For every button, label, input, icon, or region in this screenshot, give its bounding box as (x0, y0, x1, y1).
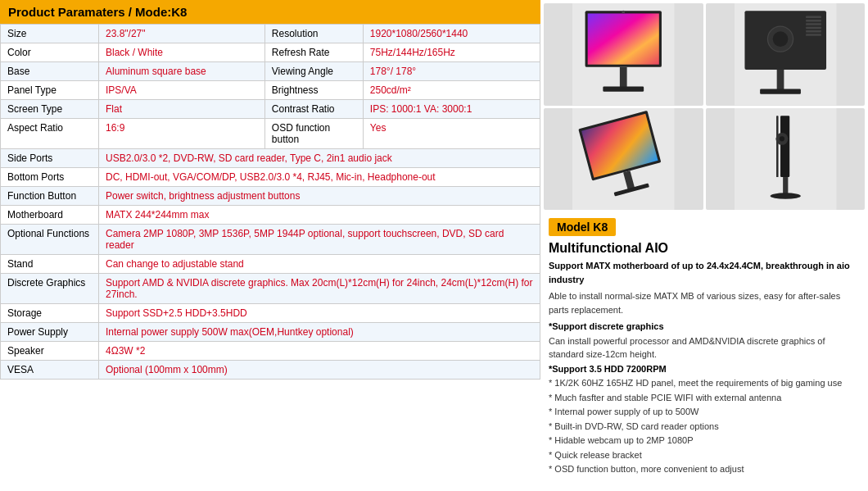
table-row: MotherboardMATX 244*244mm max (1, 206, 540, 225)
table-row: Power SupplyInternal power supply 500W m… (1, 323, 540, 342)
spec-label: Side Ports (1, 149, 99, 168)
spec-label2: Resolution (264, 25, 363, 43)
spec-label: Stand (1, 255, 99, 274)
spec-value2: 178°/ 178° (363, 62, 540, 81)
spec-value2: IPS: 1000:1 VA: 3000:1 (363, 100, 540, 119)
feature-line: * Hidable webcam up to 2MP 1080P (549, 434, 860, 448)
spec-label: Power Supply (1, 323, 99, 342)
monitor-side-profile-image (706, 108, 866, 211)
table-row: Speaker4Ω3W *2 (1, 342, 540, 361)
spec-value2: 75Hz/144Hz/165Hz (363, 43, 540, 62)
spec-value2: 1920*1080/2560*1440 (363, 25, 540, 43)
feature-line: *Support 3.5 HDD 7200RPM (549, 362, 860, 376)
header-title: Product Paramaters / Mode:K8 (8, 5, 187, 19)
spec-value: IPS/VA (99, 81, 265, 100)
table-row: Side PortsUSB2.0/3.0 *2, DVD-RW, SD card… (1, 149, 540, 168)
table-row: StorageSupport SSD+2.5 HDD+3.5HDD (1, 304, 540, 323)
spec-label: Discrete Graphics (1, 274, 99, 304)
spec-label: Panel Type (1, 81, 99, 100)
table-row: ColorBlack / WhiteRefresh Rate75Hz/144Hz… (1, 43, 540, 62)
product-images (540, 0, 868, 213)
feature-line: * Internal power supply of up to 500W (549, 405, 860, 419)
spec-label2: Refresh Rate (264, 43, 363, 62)
svg-rect-11 (806, 27, 821, 29)
spec-label2: OSD function button (264, 119, 363, 149)
table-row: BaseAluminum square baseViewing Angle178… (1, 62, 540, 81)
spec-label: Screen Type (1, 100, 99, 119)
spec-label: Speaker (1, 342, 99, 361)
svg-rect-25 (776, 116, 778, 177)
monitor-front-svg (544, 3, 703, 106)
spec-value: Support SSD+2.5 HDD+3.5HDD (99, 304, 540, 323)
svg-point-15 (772, 31, 788, 47)
spec-value: Aluminum square base (99, 62, 265, 81)
spec-value: Internal power supply 500W max(OEM,Huntk… (99, 323, 540, 342)
spec-label: Optional Functions (1, 225, 99, 255)
spec-label: VESA (1, 361, 99, 380)
spec-label: Motherboard (1, 206, 99, 225)
table-row: Function ButtonPower switch, brightness … (1, 187, 540, 206)
spec-value: Can change to adjustable stand (99, 255, 540, 274)
spec-value2: Yes (363, 119, 540, 149)
spec-value: USB2.0/3.0 *2, DVD-RW, SD card reader, T… (99, 149, 540, 168)
spec-value: DC, HDMI-out, VGA/COM/DP, USB2.0/3.0 *4,… (99, 168, 540, 187)
spec-label: Size (1, 25, 99, 43)
table-row: Panel TypeIPS/VABrightness250cd/m² (1, 81, 540, 100)
svg-rect-4 (603, 86, 644, 91)
right-panel: Model K8 Multifunctional AIO Support MAT… (540, 0, 868, 491)
feature-line: Can install powerful processor and AMD&N… (549, 334, 860, 361)
spec-value: Flat (99, 100, 265, 119)
spec-value: Optional (100mm x 100mm) (99, 361, 540, 380)
monitor-front-image (544, 3, 703, 106)
svg-rect-9 (806, 20, 821, 21)
model-features: Support MATX motherboard of up to 24.4x2… (549, 259, 860, 476)
monitor-back-svg (706, 3, 866, 106)
table-row: Screen TypeFlatContrast RatioIPS: 1000:1… (1, 100, 540, 119)
spec-label: Storage (1, 304, 99, 323)
spec-label: Aspect Ratio (1, 119, 99, 149)
feature-line: Able to install normal-size MATX MB of v… (549, 289, 860, 316)
info-section: Model K8 Multifunctional AIO Support MAT… (540, 213, 868, 491)
spec-label2: Viewing Angle (264, 62, 363, 81)
svg-rect-16 (776, 70, 784, 90)
spec-label: Color (1, 43, 99, 62)
spec-value2: 250cd/m² (363, 81, 540, 100)
model-badge: Model K8 (549, 218, 616, 236)
spec-value: Power switch, brightness adjustment butt… (99, 187, 540, 206)
monitor-side-angled-image (544, 108, 703, 211)
spec-label2: Brightness (264, 81, 363, 100)
feature-line: * OSD function button, more convenient t… (549, 462, 860, 476)
spec-label: Base (1, 62, 99, 81)
feature-line: * Built-in DVD-RW, SD card reader option… (549, 420, 860, 434)
spec-value: 16:9 (99, 119, 265, 149)
spec-label: Bottom Ports (1, 168, 99, 187)
spec-value: Camera 2MP 1080P, 3MP 1536P, 5MP 1944P o… (99, 225, 540, 255)
table-row: StandCan change to adjustable stand (1, 255, 540, 274)
feature-line: * Much fasfter and stable PCIE WIFI with… (549, 391, 860, 405)
feature-line: Support MATX motherboard of up to 24.4x2… (549, 259, 860, 286)
monitor-side-angled-svg (544, 108, 703, 211)
svg-rect-13 (806, 34, 821, 35)
feature-line: * 1K/2K 60HZ 165HZ HD panel, meet the re… (549, 376, 860, 390)
table-row: Bottom PortsDC, HDMI-out, VGA/COM/DP, US… (1, 168, 540, 187)
feature-line: *Support discrete graphics (549, 320, 860, 334)
table-row: VESAOptional (100mm x 100mm) (1, 361, 540, 380)
product-header: Product Paramaters / Mode:K8 (0, 0, 540, 24)
model-title: Multifunctional AIO (549, 241, 860, 256)
table-row: Discrete GraphicsSupport AMD & NVIDIA di… (1, 274, 540, 304)
svg-rect-17 (760, 89, 801, 94)
table-row: Optional FunctionsCamera 2MP 1080P, 3MP … (1, 225, 540, 255)
monitor-back-image (706, 3, 866, 106)
svg-rect-10 (806, 23, 821, 25)
svg-rect-8 (806, 16, 821, 18)
left-panel: Product Paramaters / Mode:K8 Size23.8"/2… (0, 0, 540, 491)
svg-rect-12 (806, 30, 821, 32)
spec-value: MATX 244*244mm max (99, 206, 540, 225)
spec-label2: Contrast Ratio (264, 100, 363, 119)
spec-value: Support AMD & NVIDIA discrete graphics. … (99, 274, 540, 304)
monitor-side-profile-svg (706, 108, 866, 211)
svg-rect-24 (780, 116, 789, 177)
table-row: Aspect Ratio16:9OSD function buttonYes (1, 119, 540, 149)
table-row: Size23.8"/27"Resolution1920*1080/2560*14… (1, 25, 540, 43)
svg-rect-3 (620, 67, 627, 88)
